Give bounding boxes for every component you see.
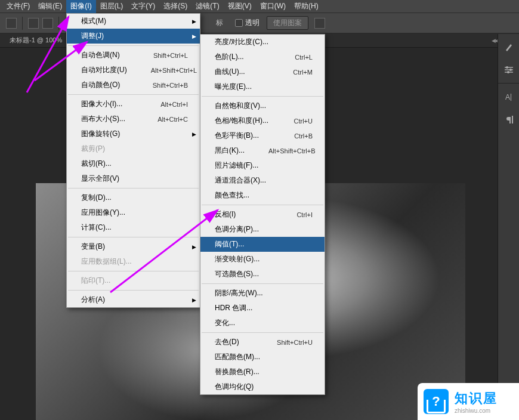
image-menu-item[interactable]: 分析(A)▶ <box>67 292 200 307</box>
menu-item-label: 自动色调(N) <box>81 50 120 60</box>
use-pattern-button[interactable]: 使用图案 <box>267 16 308 30</box>
adjust-menu-item[interactable]: 黑白(K)...Alt+Shift+Ctrl+B <box>200 143 325 158</box>
menu-file[interactable]: 文件(F) <box>2 0 34 13</box>
panel-divider <box>498 83 519 84</box>
adjust-menu-item[interactable]: 可选颜色(S)... <box>200 267 325 282</box>
menu-item-label: 应用图像(Y)... <box>81 208 125 218</box>
right-panel: A <box>498 34 519 420</box>
menu-separator <box>202 205 323 205</box>
menu-item-label: 复制(D)... <box>81 193 112 203</box>
svg-rect-4 <box>511 94 511 101</box>
adjust-menu-item[interactable]: 照片滤镜(F)... <box>200 158 325 173</box>
adjust-menu-item[interactable]: 阈值(T)... <box>200 237 325 252</box>
image-menu-item[interactable]: 自动色调(N)Shift+Ctrl+L <box>67 48 200 63</box>
image-menu-item[interactable]: 显示全部(V) <box>67 171 200 186</box>
menu-item-label: 色相/饱和度(H)... <box>215 116 268 126</box>
adjust-menu-item[interactable]: 去色(D)Shift+Ctrl+U <box>200 335 325 350</box>
menu-filter[interactable]: 滤镜(T) <box>191 0 223 13</box>
menu-item-label: 变化... <box>215 318 235 328</box>
menu-item-label: 分析(A) <box>81 295 105 305</box>
adjust-menu-item[interactable]: 颜色查找... <box>200 188 325 203</box>
menu-item-label: 自然饱和度(V)... <box>215 101 266 111</box>
divider <box>22 17 23 30</box>
menu-image[interactable]: 图像(I) <box>66 0 95 13</box>
menu-view[interactable]: 视图(V) <box>224 0 256 13</box>
menu-item-shortcut: Ctrl+M <box>293 69 313 76</box>
menu-select[interactable]: 选择(S) <box>159 0 191 13</box>
menu-help[interactable]: 帮助(H) <box>290 0 323 13</box>
panel-collapse-handle[interactable]: ◀◀ <box>492 38 498 44</box>
menu-item-label: 匹配颜色(M)... <box>215 352 260 362</box>
adjust-menu-item[interactable]: 阴影/高光(W)... <box>200 286 325 301</box>
tool-icon-1[interactable] <box>6 18 17 29</box>
menu-separator <box>68 271 199 271</box>
menu-edit[interactable]: 编辑(E) <box>34 0 66 13</box>
menu-item-label: 模式(M) <box>81 16 106 26</box>
menu-item-shortcut: Alt+Shift+Ctrl+B <box>268 147 316 155</box>
adjust-menu-item[interactable]: 替换颜色(R)... <box>200 365 325 379</box>
menu-item-label: 照片滤镜(F)... <box>215 160 258 171</box>
target-label: 标 <box>216 18 223 28</box>
image-menu-item[interactable]: 裁切(R)... <box>67 156 200 171</box>
menu-window[interactable]: 窗口(W) <box>256 0 290 13</box>
adjustments-panel-icon[interactable] <box>499 60 518 79</box>
submenu-arrow-icon: ▶ <box>192 18 196 24</box>
paragraph-panel-icon[interactable] <box>499 110 518 129</box>
menu-item-label: 阈值(T)... <box>215 239 244 249</box>
adjust-menu-item[interactable]: 色相/饱和度(H)...Ctrl+U <box>200 113 325 128</box>
tool-icon-3[interactable] <box>42 18 53 29</box>
menu-text[interactable]: 文字(Y) <box>127 0 159 13</box>
adjust-menu-item[interactable]: 变化... <box>200 316 325 331</box>
image-menu-item[interactable]: 自动颜色(O)Shift+Ctrl+B <box>67 78 200 92</box>
adjust-menu-item[interactable]: 自然饱和度(V)... <box>200 98 325 113</box>
adjust-menu-item[interactable]: 色调分离(P)... <box>200 222 325 237</box>
image-menu-item[interactable]: 图像大小(I)...Alt+Ctrl+I <box>67 97 200 112</box>
menu-item-label: 色调分离(P)... <box>215 224 259 234</box>
submenu-arrow-icon: ▶ <box>192 33 196 39</box>
submenu-arrow-icon: ▶ <box>192 244 196 250</box>
document-tab[interactable]: 未标题-1 @ 100% <box>5 34 67 47</box>
adjust-menu-item[interactable]: 曲线(U)...Ctrl+M <box>200 64 325 79</box>
menu-item-label: 画布大小(S)... <box>81 114 125 124</box>
menu-item-label: 替换颜色(R)... <box>215 367 260 377</box>
image-menu-item[interactable]: 模式(M)▶ <box>67 14 200 29</box>
menu-separator <box>202 96 323 97</box>
character-panel-icon[interactable]: A <box>499 87 518 106</box>
menu-item-label: 应用数据组(L)... <box>81 257 132 267</box>
adjust-menu-item[interactable]: 渐变映射(G)... <box>200 252 325 267</box>
adjust-menu-item[interactable]: 色彩平衡(B)...Ctrl+B <box>200 128 325 143</box>
image-menu-item[interactable]: 调整(J)▶ <box>67 29 200 44</box>
menu-item-label: 自动对比度(U) <box>81 65 127 75</box>
menu-item-shortcut: Alt+Ctrl+C <box>157 116 188 123</box>
menu-layer[interactable]: 图层(L) <box>96 0 128 13</box>
adjust-menu-item[interactable]: 亮度/对比度(C)... <box>200 35 325 50</box>
menu-item-shortcut: Ctrl+L <box>295 54 313 61</box>
image-menu-item[interactable]: 图像旋转(G)▶ <box>67 126 200 141</box>
adjust-menu-item[interactable]: 匹配颜色(M)... <box>200 350 325 365</box>
menu-item-shortcut: Alt+Ctrl+I <box>160 101 188 108</box>
transparent-label: 透明 <box>245 18 260 27</box>
adjust-menu-item[interactable]: 反相(I)Ctrl+I <box>200 207 325 222</box>
image-menu-item[interactable]: 应用图像(Y)... <box>67 205 200 220</box>
svg-point-2 <box>507 71 509 73</box>
submenu-arrow-icon: ▶ <box>192 297 196 303</box>
adjust-menu-item[interactable]: 色调均化(Q) <box>200 379 325 394</box>
image-menu-item[interactable]: 画布大小(S)...Alt+Ctrl+C <box>67 112 200 126</box>
transparent-checkbox[interactable] <box>235 19 243 27</box>
brush-panel-icon[interactable] <box>499 38 518 57</box>
menu-item-label: 阴影/高光(W)... <box>215 288 263 298</box>
menu-item-label: 图像旋转(G) <box>81 129 120 139</box>
image-menu-item: 应用数据组(L)... <box>67 254 200 269</box>
image-menu-item[interactable]: 自动对比度(U)Alt+Shift+Ctrl+L <box>67 63 200 78</box>
pattern-swatch[interactable] <box>314 18 325 29</box>
adjust-menu-item[interactable]: 通道混合器(X)... <box>200 173 325 188</box>
menu-item-label: 颜色查找... <box>215 190 249 200</box>
tool-icon-2[interactable] <box>28 18 39 29</box>
adjust-menu-item[interactable]: 曝光度(E)... <box>200 79 325 94</box>
image-menu-item[interactable]: 复制(D)... <box>67 190 200 205</box>
image-menu-item[interactable]: 计算(C)... <box>67 220 200 235</box>
adjust-menu-item[interactable]: HDR 色调... <box>200 301 325 316</box>
adjust-menu-item[interactable]: 色阶(L)...Ctrl+L <box>200 50 325 64</box>
image-menu-item[interactable]: 变量(B)▶ <box>67 239 200 254</box>
menu-item-label: 调整(J) <box>81 31 104 41</box>
